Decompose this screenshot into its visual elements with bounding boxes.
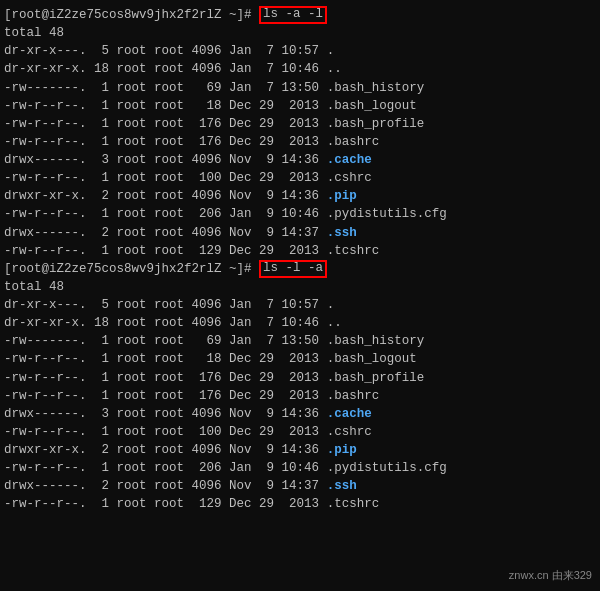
col-filename: .bash_history: [327, 332, 425, 350]
table-row: dr-xr-x---. 5 root root 4096 Jan 7 10:57…: [4, 42, 596, 60]
table-row: -rw-r--r--. 1 root root 129 Dec 29 2013 …: [4, 242, 596, 260]
table-row: -rw-r--r--. 1 root root 100 Dec 29 2013 …: [4, 169, 596, 187]
col-filename: .tcshrc: [327, 242, 380, 260]
col-filename: .bash_profile: [327, 115, 425, 133]
col-perms: -rw-r--r--.: [4, 459, 87, 477]
col-filename: .cshrc: [327, 423, 372, 441]
col-filename: .cache: [327, 151, 372, 169]
table-row: -rw-r--r--. 1 root root 176 Dec 29 2013 …: [4, 387, 596, 405]
table-row: dr-xr-xr-x. 18 root root 4096 Jan 7 10:4…: [4, 314, 596, 332]
table-row: -rw-r--r--. 1 root root 18 Dec 29 2013 .…: [4, 350, 596, 368]
col-perms: -rw-r--r--.: [4, 495, 87, 513]
table-row: -rw-r--r--. 1 root root 176 Dec 29 2013 …: [4, 369, 596, 387]
col-perms: dr-xr-xr-x.: [4, 60, 87, 78]
col-filename: .pydistutils.cfg: [327, 459, 447, 477]
col-perms: -rw-------.: [4, 332, 87, 350]
col-filename: ..: [327, 60, 342, 78]
table-row: -rw-r--r--. 1 root root 18 Dec 29 2013 .…: [4, 97, 596, 115]
col-perms: -rw-r--r--.: [4, 115, 87, 133]
col-perms: -rw-r--r--.: [4, 350, 87, 368]
col-perms: -rw-r--r--.: [4, 369, 87, 387]
col-filename: .tcshrc: [327, 495, 380, 513]
col-perms: dr-xr-x---.: [4, 42, 87, 60]
table-row: -rw-r--r--. 1 root root 206 Jan 9 10:46 …: [4, 205, 596, 223]
prompt-1: [root@iZ2ze75cos8wv9jhx2f2rlZ ~]#: [4, 6, 259, 24]
total-2: total 48: [4, 278, 596, 296]
col-filename: .: [327, 296, 335, 314]
command-2: ls -l -a: [259, 260, 327, 278]
table-row: -rw-r--r--. 1 root root 129 Dec 29 2013 …: [4, 495, 596, 513]
table-row: dr-xr-x---. 5 root root 4096 Jan 7 10:57…: [4, 296, 596, 314]
col-filename: .cache: [327, 405, 372, 423]
col-perms: dr-xr-x---.: [4, 296, 87, 314]
table-row: dr-xr-xr-x. 18 root root 4096 Jan 7 10:4…: [4, 60, 596, 78]
col-perms: -rw-r--r--.: [4, 133, 87, 151]
table-row: -rw-------. 1 root root 69 Jan 7 13:50 .…: [4, 332, 596, 350]
prompt-2: [root@iZ2ze75cos8wv9jhx2f2rlZ ~]#: [4, 260, 259, 278]
col-perms: -rw-r--r--.: [4, 423, 87, 441]
col-perms: -rw-------.: [4, 79, 87, 97]
table-row: drwx------. 3 root root 4096 Nov 9 14:36…: [4, 405, 596, 423]
section2-table: dr-xr-x---. 5 root root 4096 Jan 7 10:57…: [4, 296, 596, 514]
col-perms: drwxr-xr-x.: [4, 441, 87, 459]
section1-table: dr-xr-x---. 5 root root 4096 Jan 7 10:57…: [4, 42, 596, 260]
col-filename: .bash_profile: [327, 369, 425, 387]
col-filename: .bash_logout: [327, 97, 417, 115]
table-row: drwx------. 2 root root 4096 Nov 9 14:37…: [4, 224, 596, 242]
col-perms: drwxr-xr-x.: [4, 187, 87, 205]
table-row: -rw-r--r--. 1 root root 100 Dec 29 2013 …: [4, 423, 596, 441]
table-row: drwxr-xr-x. 2 root root 4096 Nov 9 14:36…: [4, 187, 596, 205]
col-filename: .bash_history: [327, 79, 425, 97]
terminal: [root@iZ2ze75cos8wv9jhx2f2rlZ ~]# ls -a …: [0, 0, 600, 591]
table-row: -rw-r--r--. 1 root root 176 Dec 29 2013 …: [4, 133, 596, 151]
col-filename: .ssh: [327, 224, 357, 242]
table-row: -rw-------. 1 root root 69 Jan 7 13:50 .…: [4, 79, 596, 97]
col-perms: drwx------.: [4, 405, 87, 423]
col-perms: drwx------.: [4, 477, 87, 495]
watermark: znwx.cn 由来329: [509, 568, 592, 583]
col-filename: .cshrc: [327, 169, 372, 187]
col-filename: .pydistutils.cfg: [327, 205, 447, 223]
command-1: ls -a -l: [259, 6, 327, 24]
col-perms: dr-xr-xr-x.: [4, 314, 87, 332]
col-filename: .: [327, 42, 335, 60]
col-perms: -rw-r--r--.: [4, 387, 87, 405]
table-row: drwxr-xr-x. 2 root root 4096 Nov 9 14:36…: [4, 441, 596, 459]
col-filename: .ssh: [327, 477, 357, 495]
col-filename: .bashrc: [327, 387, 380, 405]
table-row: drwx------. 3 root root 4096 Nov 9 14:36…: [4, 151, 596, 169]
total-1: total 48: [4, 24, 596, 42]
col-perms: drwx------.: [4, 224, 87, 242]
col-filename: ..: [327, 314, 342, 332]
table-row: drwx------. 2 root root 4096 Nov 9 14:37…: [4, 477, 596, 495]
prompt-line-1: [root@iZ2ze75cos8wv9jhx2f2rlZ ~]# ls -a …: [4, 6, 596, 24]
col-perms: -rw-r--r--.: [4, 205, 87, 223]
table-row: -rw-r--r--. 1 root root 206 Jan 9 10:46 …: [4, 459, 596, 477]
col-perms: drwx------.: [4, 151, 87, 169]
col-perms: -rw-r--r--.: [4, 97, 87, 115]
col-filename: .bash_logout: [327, 350, 417, 368]
table-row: -rw-r--r--. 1 root root 176 Dec 29 2013 …: [4, 115, 596, 133]
prompt-line-2: [root@iZ2ze75cos8wv9jhx2f2rlZ ~]# ls -l …: [4, 260, 596, 278]
col-perms: -rw-r--r--.: [4, 242, 87, 260]
col-filename: .bashrc: [327, 133, 380, 151]
col-filename: .pip: [327, 441, 357, 459]
col-filename: .pip: [327, 187, 357, 205]
col-perms: -rw-r--r--.: [4, 169, 87, 187]
